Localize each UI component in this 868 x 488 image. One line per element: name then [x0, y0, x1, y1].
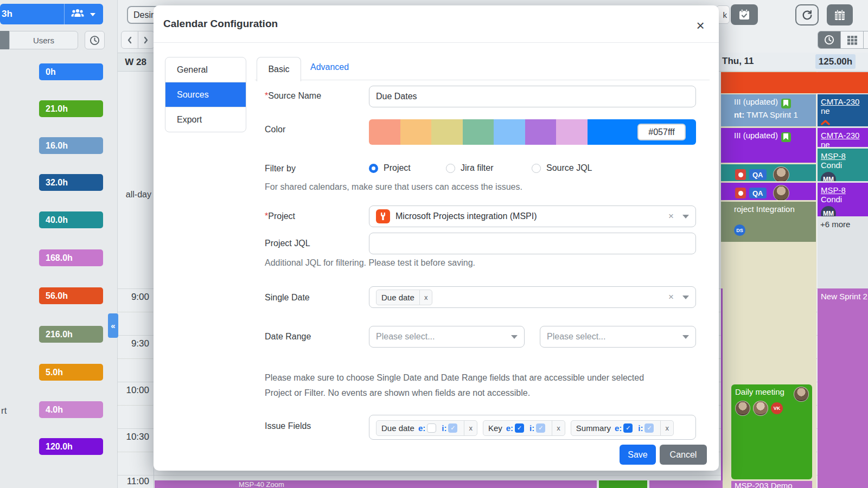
event[interactable]: MSP-8 Condi MM [818, 149, 868, 181]
project-select[interactable]: Microsoft Projects integration (MSPI) × [369, 206, 696, 227]
e-checkbox[interactable] [623, 423, 633, 433]
hours-badge[interactable]: 0h [39, 63, 103, 80]
next-button[interactable] [138, 31, 155, 48]
tag-remove-icon[interactable]: x [464, 421, 477, 435]
more-events-link[interactable]: +6 more [820, 220, 850, 229]
hours-badge[interactable]: 56.0h [39, 287, 103, 304]
sidebar-clock-button[interactable] [85, 31, 105, 49]
nav-item-export[interactable]: Export [165, 107, 246, 132]
tag-label: Key [488, 423, 502, 433]
radio-icon[interactable] [446, 164, 455, 173]
hours-badge[interactable]: 32.0h [39, 174, 103, 191]
chevron-down-icon[interactable] [682, 296, 689, 299]
issue-key-link[interactable]: MSP-8 [821, 151, 846, 160]
issue-key-link[interactable]: CMTA-230 [821, 97, 859, 106]
clear-icon[interactable]: × [668, 292, 682, 303]
color-swatch[interactable] [463, 119, 494, 145]
event[interactable]: QA [721, 164, 816, 181]
nav-label: Export [177, 115, 202, 125]
event[interactable]: MSP-8 Condi MM [818, 183, 868, 216]
hours-badge[interactable]: 120.0h [39, 438, 103, 455]
e-checkbox[interactable] [515, 423, 524, 433]
i-checkbox[interactable] [644, 423, 654, 433]
event[interactable] [649, 480, 723, 488]
i-checkbox[interactable] [536, 423, 545, 433]
color-hex-input[interactable]: #057fff [637, 124, 686, 140]
hours-badge[interactable]: 5.0h [39, 364, 103, 381]
event[interactable]: MSP-203 Demo [731, 481, 812, 488]
event[interactable]: MSP-40 Zoom [155, 480, 597, 488]
day-header[interactable]: Thu, 11 [722, 56, 754, 67]
issue-fields-select[interactable]: Due date e: i: x Key e: i: x Summary e: [369, 415, 696, 440]
event[interactable]: III (updated) nt: TMTA Sprint 1 [721, 94, 816, 126]
chevron-down-icon[interactable] [682, 335, 689, 339]
event[interactable]: III (updated) [721, 128, 816, 163]
calendar-icon [833, 9, 846, 22]
hours-badge[interactable]: 216.0h [39, 326, 103, 343]
grid-view-segment[interactable] [840, 31, 863, 48]
date-range-end-select[interactable]: Please select... [540, 326, 696, 348]
week-number-cell[interactable]: W 28 [118, 53, 154, 72]
hours-badge[interactable]: 21.0h [39, 100, 103, 117]
color-swatch[interactable] [556, 119, 588, 145]
e-checkbox[interactable] [427, 423, 436, 433]
nav-item-sources[interactable]: Sources [165, 82, 246, 107]
chevron-down-icon[interactable] [682, 215, 689, 219]
single-date-select[interactable]: Due date x × [369, 286, 696, 308]
users-toggle-button[interactable]: Users [9, 31, 78, 49]
chevron-down-icon[interactable] [511, 335, 518, 339]
tab-advanced[interactable]: Advanced [310, 62, 349, 72]
clear-icon[interactable]: × [668, 211, 682, 222]
calendar-view-button[interactable] [827, 4, 853, 25]
selected-color-swatch[interactable]: #057fff [588, 119, 697, 145]
save-button[interactable]: Save [620, 445, 656, 465]
source-name-input[interactable]: Due Dates [369, 86, 696, 107]
issues-toggle-partial[interactable] [0, 31, 9, 49]
sidebar-collapse-handle[interactable]: « [108, 313, 118, 338]
project-jql-input[interactable] [369, 233, 696, 254]
radio-icon[interactable] [532, 164, 541, 173]
hours-badge[interactable]: 40.0h [39, 211, 103, 228]
tag-remove-icon[interactable]: x [660, 421, 673, 435]
radio-icon[interactable] [369, 164, 378, 173]
event[interactable]: CMTA-230 ne [818, 128, 868, 147]
close-icon[interactable]: × [692, 17, 709, 34]
nav-item-general[interactable]: General [165, 57, 246, 82]
color-swatch[interactable] [431, 119, 463, 145]
tag-remove-icon[interactable]: x [419, 290, 432, 305]
prev-button[interactable] [122, 31, 138, 48]
color-swatch[interactable] [494, 119, 525, 145]
event[interactable]: QA [721, 183, 816, 200]
allday-event-bar[interactable] [721, 72, 868, 93]
event[interactable]: Daily meeting VK [731, 384, 812, 479]
cancel-button[interactable]: Cancel [660, 445, 707, 465]
tag-label: Summary [576, 423, 611, 433]
date-range-start-select[interactable]: Please select... [369, 326, 525, 348]
hours-badge[interactable]: 168.0h [39, 249, 103, 266]
total-hours-button[interactable]: 3h [0, 4, 103, 24]
avatar-initials: MM [821, 172, 836, 181]
event[interactable] [599, 480, 647, 488]
radio-source-jql[interactable]: Source JQL [532, 163, 592, 173]
refresh-button[interactable] [795, 4, 819, 25]
issue-key-link[interactable]: CMTA-230 [821, 131, 859, 140]
scheduled-view-button[interactable] [731, 4, 758, 25]
hours-badge[interactable]: 4.0h [39, 401, 103, 418]
placeholder: Please select... [547, 332, 606, 342]
radio-project[interactable]: Project [369, 163, 411, 173]
hours-badge[interactable]: 16.0h [39, 137, 103, 154]
color-swatch[interactable] [400, 119, 432, 145]
color-swatch[interactable] [525, 119, 557, 145]
event[interactable]: CMTA-230 ne [818, 94, 868, 126]
color-swatch[interactable] [369, 119, 400, 145]
timeline-view-segment[interactable] [818, 31, 840, 48]
tab-basic[interactable]: Basic [257, 57, 301, 81]
radio-jira-filter[interactable]: Jira filter [446, 163, 493, 173]
list-view-segment-partial[interactable] [863, 31, 868, 48]
issue-key-link[interactable]: MSP-8 [821, 185, 846, 195]
i-checkbox[interactable] [448, 423, 457, 433]
event[interactable]: New Sprint 2 [818, 288, 868, 488]
event[interactable]: roject Integration DS [721, 202, 816, 242]
badge-label: 0h [46, 67, 56, 77]
tag-remove-icon[interactable]: x [552, 421, 565, 435]
